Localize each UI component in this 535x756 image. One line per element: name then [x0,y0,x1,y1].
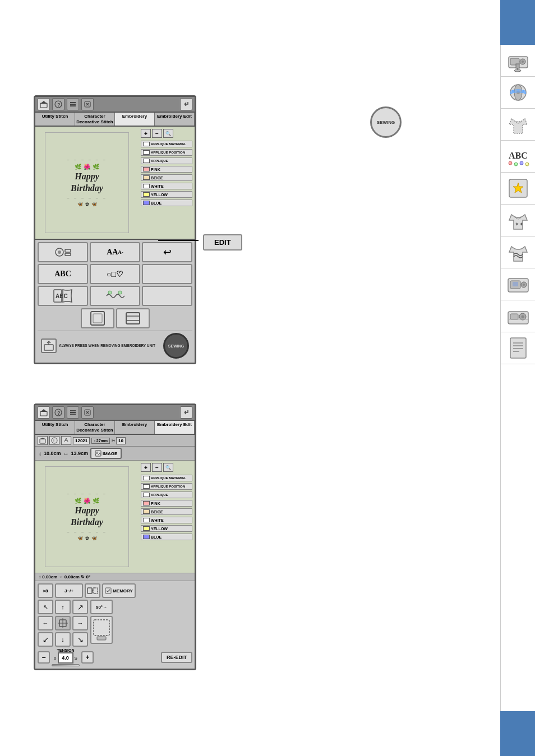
svg-rect-41 [65,249,71,252]
cat-btn-return[interactable]: ↩ [142,242,192,262]
tab2-embroidery-edit[interactable]: Embroidery Edit [155,421,195,434]
tension-plus-btn[interactable]: + [81,651,94,664]
color-item-applique-2[interactable]: APPLIQUE [141,491,192,498]
color-item-yellow[interactable]: YELLOW [141,191,192,198]
arrow-e[interactable]: → [72,616,88,630]
nav-extra-icon[interactable] [81,98,94,110]
cat-btn-frame-card1[interactable] [81,308,114,328]
happy-text: Happy [75,171,99,183]
sidebar-item-shirt-fancy[interactable]: ✦✦ [501,205,535,236]
tab-embroidery[interactable]: Embroidery [115,113,155,126]
sidebar-item-bobbin[interactable] [501,77,535,109]
minus-color-btn-2[interactable]: − [152,463,162,472]
return-button-2[interactable] [180,406,192,419]
cat-btn-text-size[interactable]: AAA- [90,242,140,262]
nav-home-icon-2[interactable] [38,406,50,419]
cat-btn-decorative[interactable] [90,286,140,306]
color-item-pink-2[interactable]: PINK [141,500,192,507]
svg-rect-32 [40,103,47,108]
color-item-applique-position[interactable]: APPLIQUE POSITION [141,149,192,156]
re-edit-button[interactable]: RE-EDIT [161,652,192,663]
tab-headers-1: Utility Stitch Character Decorative Stit… [35,113,195,127]
tab-utility-stitch[interactable]: Utility Stitch [35,113,75,126]
cat-btn-frame-card2[interactable] [116,308,150,328]
view-color-btn[interactable]: 🔍 [163,129,173,138]
info-icon2[interactable]: ! [49,436,59,445]
nav-settings-icon-2[interactable] [67,406,79,419]
arrow-n[interactable]: ↑ [55,600,71,614]
btn-rotate-90[interactable]: 90°→ [90,600,113,614]
info-icon1[interactable] [38,436,48,445]
nav-help-icon[interactable]: ? [52,98,64,110]
color-controls-2: + − 🔍 [141,463,192,472]
color-item-white[interactable]: WHITE [141,183,192,189]
color-item-white-2[interactable]: WHITE [141,517,192,523]
tension-minus-btn[interactable]: − [38,651,50,664]
tension-value-box: 4.0 [58,652,73,664]
sidebar-item-star-frame[interactable] [501,173,535,205]
nav-settings-icon[interactable] [67,98,79,110]
image-button[interactable]: IMAGE [90,448,122,459]
sewing-icon-annotation: SEWING [370,106,402,138]
svg-rect-37 [70,105,76,106]
btn-select-area[interactable] [90,616,113,644]
svg-rect-49 [126,313,140,324]
cat-btn-settings[interactable] [38,242,88,262]
plus-color-btn-2[interactable]: + [141,463,151,472]
sidebar-item-machine3[interactable] [501,300,535,332]
sidebar-item-machine2[interactable] [501,268,535,300]
color-item-applique[interactable]: APPLIQUE [141,157,192,164]
sewing-button-1[interactable]: SEWING [163,333,189,359]
svg-text:ABC: ABC [56,293,68,299]
btn-flip[interactable] [85,583,100,598]
color-item-applique-material-2[interactable]: APPLIQUE MATERIAL [141,475,192,481]
sidebar-item-machine[interactable] [501,45,535,77]
nav-extra-icon-2[interactable] [81,406,94,419]
arrow-sw[interactable]: ↙ [38,632,53,647]
cat-btn-abc[interactable]: ABC [38,264,88,284]
sidebar-item-shirt-wave[interactable] [501,236,535,268]
cat-btn-shapes[interactable]: ○□♡ [90,264,140,284]
sidebar-item-shirt-dotted[interactable] [501,109,535,141]
tab2-character-stitch[interactable]: Character Decorative Stitch [75,421,115,434]
plus-color-btn[interactable]: + [141,129,151,138]
arrow-s[interactable]: ↓ [55,632,71,647]
info-icon3[interactable] [61,436,71,445]
color-item-beige-2[interactable]: BEIGE [141,508,192,515]
nav-home-icon[interactable] [38,98,50,110]
arrow-w[interactable]: ← [38,616,53,630]
color-list-2: + − 🔍 APPLIQUE MATERIAL APPLIQUE POSITIO… [139,461,195,573]
color-item-applique-position-2[interactable]: APPLIQUE POSITION [141,483,192,490]
btn-speed[interactable]: J−/+ [55,583,83,598]
arrow-center[interactable] [55,616,71,630]
minus-color-btn[interactable]: − [152,129,162,138]
return-button[interactable] [180,98,192,110]
edit-btn[interactable]: EDIT [203,234,242,251]
tension-slider[interactable] [52,664,80,666]
sidebar-item-document[interactable] [501,332,535,364]
document-icon [506,336,531,360]
tab-character-stitch[interactable]: Character Decorative Stitch [75,113,115,126]
tab2-embroidery[interactable]: Embroidery [115,421,155,434]
arrow-nw[interactable]: ↖ [38,600,53,614]
btn-jump[interactable]: >8 [38,583,53,598]
arrow-ne[interactable]: ↗ [72,600,88,614]
remove-unit-icon[interactable] [41,338,57,353]
sidebar-item-abc-embroidery[interactable]: ABC [501,141,535,173]
tab2-utility-stitch[interactable]: Utility Stitch [35,421,75,434]
screen-nav-1: ? [35,97,195,113]
nav-help-icon-2[interactable]: ? [52,406,64,419]
color-item-blue[interactable]: BLUE [141,200,192,206]
color-item-pink[interactable]: PINK [141,166,192,173]
color-item-blue-2[interactable]: BLUE [141,534,192,540]
tab-embroidery-edit[interactable]: Embroidery Edit [155,113,195,126]
arrow-se[interactable]: ↘ [72,632,88,647]
screen-panel-1: ? Utility Stitch Character Decorative St… [34,95,196,364]
width-info: ↕ 27mm [91,438,110,444]
color-item-beige[interactable]: BEIGE [141,174,192,181]
color-item-yellow-2[interactable]: YELLOW [141,525,192,532]
view-color-btn-2[interactable]: 🔍 [163,463,173,472]
color-item-applique-material[interactable]: APPLIQUE MATERIAL [141,141,192,147]
btn-memory[interactable]: MEMORY [102,583,136,598]
cat-btn-frame-text[interactable]: ABC [38,286,88,306]
